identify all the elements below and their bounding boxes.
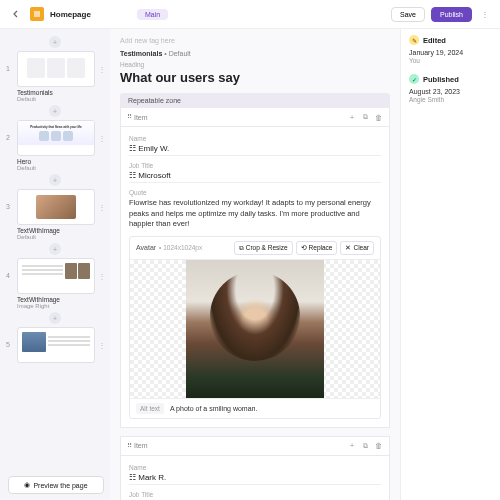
published-date: August 23, 2023	[409, 88, 492, 95]
slice-more-icon[interactable]: ⋮	[98, 258, 104, 281]
job-field[interactable]: ☷ Microsoft	[129, 171, 381, 183]
job-label: Job Title	[129, 491, 381, 498]
add-slice-button[interactable]: +	[49, 174, 61, 186]
delete-item-icon[interactable]: 🗑	[373, 112, 383, 122]
publish-button[interactable]: Publish	[431, 7, 472, 22]
history-panel: ✎Edited January 19, 2024 You ✓Published …	[400, 29, 500, 500]
slice-variant: Default	[17, 165, 104, 171]
slice-more-icon[interactable]: ⋮	[98, 51, 104, 74]
alt-label: Alt text	[136, 403, 164, 414]
slice-thumb-text-image-right[interactable]	[17, 258, 95, 294]
slice-more-icon[interactable]: ⋮	[98, 120, 104, 143]
topbar-more-icon[interactable]: ⋮	[478, 10, 492, 19]
item-bar: ⠿ Item + ⧉ 🗑	[120, 436, 390, 456]
slice-name: Hero	[17, 158, 104, 165]
edited-date: January 19, 2024	[409, 49, 492, 56]
clear-icon: ✕	[345, 244, 351, 252]
slice-variant: Default	[17, 96, 104, 102]
edited-label: Edited	[423, 36, 446, 45]
branch-pill[interactable]: Main	[137, 9, 168, 20]
crop-icon: ⧉	[239, 244, 244, 252]
slice-variant: Default	[17, 234, 104, 240]
add-slice-button[interactable]: +	[49, 36, 61, 48]
editor-main: Add new tag here Testimonials • Default …	[110, 29, 400, 500]
slice-number: 2	[6, 120, 14, 141]
edited-icon: ✎	[409, 35, 419, 45]
slice-thumb-text-image[interactable]	[17, 189, 95, 225]
avatar-box: Avatar • 1024x1024px ⧉Crop & Resize ⟲Rep…	[129, 236, 381, 419]
slice-thumb-hero[interactable]: Productivity that flows with your life	[17, 120, 95, 156]
slice-more-icon[interactable]: ⋮	[98, 327, 104, 350]
replace-icon: ⟲	[301, 244, 307, 252]
slice-number: 3	[6, 189, 14, 210]
slice-name: TextWithImage	[17, 227, 104, 234]
duplicate-item-icon[interactable]: ⧉	[360, 441, 370, 451]
item-bar: ⠿ Item + ⧉ 🗑	[120, 108, 390, 127]
clear-button[interactable]: ✕Clear	[340, 241, 374, 255]
job-label: Job Title	[129, 162, 381, 169]
doc-icon	[30, 7, 44, 21]
save-button[interactable]: Save	[391, 7, 425, 22]
repeatable-zone-header: Repeatable zone	[120, 93, 390, 108]
slice-breadcrumb: Testimonials • Default	[120, 50, 390, 57]
tag-hint[interactable]: Add new tag here	[120, 37, 390, 44]
avatar-label: Avatar	[136, 244, 156, 251]
add-slice-button[interactable]: +	[49, 312, 61, 324]
slice-name: TextWithImage	[17, 296, 104, 303]
slice-number: 1	[6, 51, 14, 72]
heading-field[interactable]: What our users say	[120, 70, 390, 85]
item-card: Name☷ Emily W. Job Title☷ Microsoft Quot…	[120, 127, 390, 428]
alt-field[interactable]: A photo of a smiling woman.	[170, 405, 258, 412]
add-item-icon[interactable]: +	[347, 441, 357, 451]
delete-item-icon[interactable]: 🗑	[373, 441, 383, 451]
add-slice-button[interactable]: +	[49, 243, 61, 255]
name-label: Name	[129, 135, 381, 142]
slice-name: Testimonials	[17, 89, 104, 96]
avatar-image[interactable]	[130, 260, 380, 398]
drag-icon[interactable]: ⠿	[127, 113, 132, 121]
name-field[interactable]: ☷ Emily W.	[129, 144, 381, 156]
page-title: Homepage	[50, 10, 91, 19]
drag-icon[interactable]: ⠿	[127, 442, 132, 450]
eye-icon: ◉	[24, 481, 30, 489]
svg-rect-0	[34, 11, 40, 17]
slice-number: 4	[6, 258, 14, 279]
slice-more-icon[interactable]: ⋮	[98, 189, 104, 212]
quote-field[interactable]: Flowrise has revolutionized my workday! …	[129, 198, 381, 230]
topbar: Homepage Main Save Publish ⋮	[0, 0, 500, 29]
slice-thumb-5[interactable]	[17, 327, 95, 363]
item-card: Name☷ Mark R. Job Title☷ GitHub	[120, 456, 390, 501]
back-button[interactable]	[8, 6, 24, 22]
slice-variant: Image Right	[17, 303, 104, 309]
slice-sidebar: + 1 ⋮ TestimonialsDefault + 2 Productivi…	[0, 29, 110, 500]
name-field[interactable]: ☷ Mark R.	[129, 473, 381, 485]
edited-user: You	[409, 57, 492, 64]
published-label: Published	[423, 75, 459, 84]
quote-label: Quote	[129, 189, 381, 196]
add-item-icon[interactable]: +	[347, 112, 357, 122]
slice-thumb-testimonials[interactable]	[17, 51, 95, 87]
slice-number: 5	[6, 327, 14, 348]
crop-button[interactable]: ⧉Crop & Resize	[234, 241, 293, 255]
preview-page-button[interactable]: ◉Preview the page	[8, 476, 104, 494]
published-icon: ✓	[409, 74, 419, 84]
replace-button[interactable]: ⟲Replace	[296, 241, 338, 255]
name-label: Name	[129, 464, 381, 471]
duplicate-item-icon[interactable]: ⧉	[360, 112, 370, 122]
avatar-dims: • 1024x1024px	[159, 244, 202, 251]
add-slice-button[interactable]: +	[49, 105, 61, 117]
published-user: Angie Smith	[409, 96, 492, 103]
heading-label: Heading	[120, 61, 390, 68]
